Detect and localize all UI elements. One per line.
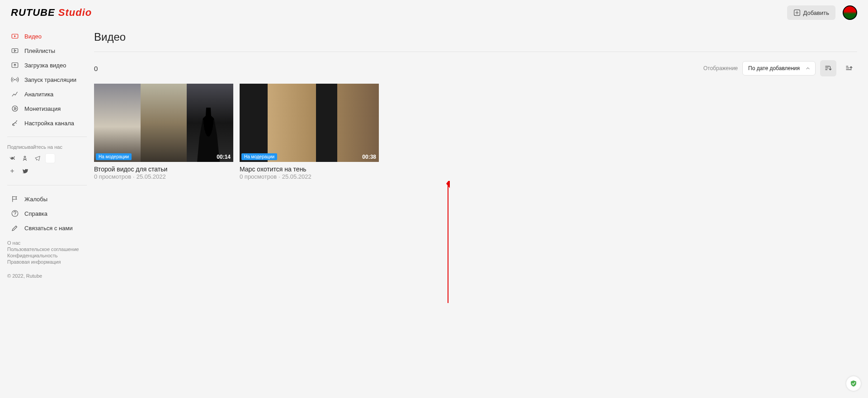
- video-date: 25.05.2022: [137, 173, 166, 180]
- video-title: Второй видос для статьи: [94, 162, 233, 173]
- sidebar-item-stream[interactable]: Запуск трансляции: [7, 72, 90, 87]
- sort-select-label: По дате добавления: [748, 65, 800, 71]
- social-plus-icon[interactable]: [7, 166, 17, 176]
- edit-icon: [11, 224, 19, 232]
- footer-link-legal[interactable]: Правовая информация: [7, 259, 87, 265]
- sidebar-item-complaints[interactable]: Жалобы: [7, 192, 90, 206]
- page-title: Видео: [94, 31, 857, 52]
- social-twitter-icon[interactable]: [20, 166, 30, 176]
- video-count: 0: [94, 65, 98, 72]
- svg-rect-2: [12, 49, 18, 53]
- sidebar-item-monetization[interactable]: Монетизация: [7, 101, 90, 116]
- logo-dot: [55, 7, 58, 18]
- footer-link-terms[interactable]: Пользовательское соглашение: [7, 246, 87, 252]
- sidebar-item-label: Монетизация: [24, 105, 61, 112]
- sidebar-item-settings[interactable]: Настройка канала: [7, 116, 90, 130]
- video-card[interactable]: На модерации 00:14 Второй видос для стат…: [94, 84, 233, 180]
- video-views: 0 просмотров: [240, 173, 277, 180]
- chevron-up-icon: [805, 66, 811, 71]
- video-meta: 0 просмотров·25.05.2022: [94, 173, 233, 180]
- sidebar-item-label: Видео: [24, 33, 42, 40]
- sidebar-item-help[interactable]: Справка: [7, 206, 90, 221]
- sidebar-item-upload[interactable]: Загрузка видео: [7, 58, 90, 72]
- sort-desc-button[interactable]: [820, 60, 836, 76]
- add-button-label: Добавить: [803, 9, 829, 16]
- subscribe-label: Подписывайтесь на нас: [7, 143, 90, 153]
- footer-link-privacy[interactable]: Конфиденциальность: [7, 252, 87, 259]
- sidebar-item-label: Жалобы: [24, 196, 47, 203]
- sidebar-item-label: Аналитика: [24, 91, 53, 98]
- sidebar-item-playlists[interactable]: Плейлисты: [7, 43, 90, 58]
- sort-select[interactable]: По дате добавления: [742, 61, 816, 76]
- sort-asc-icon: [845, 64, 853, 72]
- status-badge: На модерации: [96, 153, 132, 160]
- sort-asc-button[interactable]: [841, 60, 857, 76]
- svg-point-4: [14, 79, 16, 81]
- video-duration: 00:38: [362, 154, 376, 160]
- controls-row: 0 Отображение По дате добавления: [94, 52, 857, 84]
- help-icon: [11, 209, 19, 218]
- sidebar-item-contact[interactable]: Связаться с нами: [7, 221, 90, 235]
- settings-icon: [11, 119, 19, 127]
- sidebar-item-label: Настройка канала: [24, 120, 74, 127]
- logo-main: RUTUBE: [11, 7, 55, 18]
- social-ok-icon[interactable]: [20, 153, 30, 163]
- svg-point-6: [24, 156, 26, 158]
- video-card[interactable]: На модерации 00:38 Марс охотится на тень…: [240, 84, 379, 180]
- footer-links: О нас Пользовательское соглашение Конфид…: [7, 235, 90, 265]
- add-button[interactable]: Добавить: [787, 5, 835, 20]
- monetization-icon: [11, 104, 19, 113]
- logo-studio: Studio: [58, 7, 92, 18]
- video-meta: 0 просмотров·25.05.2022: [240, 173, 379, 180]
- social-vk-icon[interactable]: [7, 153, 17, 163]
- playlist-icon: [11, 47, 19, 55]
- video-date: 25.05.2022: [282, 173, 311, 180]
- plus-square-icon: [793, 9, 801, 16]
- video-grid: На модерации 00:14 Второй видос для стат…: [94, 84, 857, 180]
- header-right: Добавить: [787, 5, 857, 20]
- broadcast-icon: [11, 76, 19, 84]
- flag-icon: [11, 195, 19, 203]
- sidebar-item-label: Связаться с нами: [24, 225, 73, 232]
- sort-desc-icon: [824, 64, 832, 72]
- sidebar-item-label: Плейлисты: [24, 47, 55, 54]
- sidebar-item-label: Запуск трансляции: [24, 76, 76, 83]
- avatar[interactable]: [843, 5, 857, 20]
- video-views: 0 просмотров: [94, 173, 131, 180]
- social-blank[interactable]: [45, 153, 55, 163]
- sidebar-item-video[interactable]: Видео: [7, 29, 90, 43]
- main-content: Видео 0 Отображение По дате добавления: [90, 25, 868, 288]
- video-duration: 00:14: [217, 154, 231, 160]
- video-title: Марс охотится на тень: [240, 162, 379, 173]
- annotation-arrow-icon: [443, 181, 453, 308]
- header: RUTUBE Studio Добавить: [0, 0, 868, 25]
- video-icon: [11, 32, 19, 40]
- social-row-2: [7, 166, 90, 179]
- social-row: [7, 153, 90, 166]
- copyright: © 2022, Rutube: [7, 265, 90, 279]
- footer-link-about[interactable]: О нас: [7, 240, 87, 246]
- shield-badge[interactable]: [846, 376, 861, 391]
- video-thumbnail[interactable]: На модерации 00:38: [240, 84, 379, 162]
- logo[interactable]: RUTUBE Studio: [11, 7, 92, 19]
- analytics-icon: [11, 90, 19, 98]
- upload-icon: [11, 61, 19, 69]
- sidebar-item-label: Справка: [24, 210, 47, 217]
- sidebar: Видео Плейлисты Загрузка видео Запуск тр…: [0, 25, 90, 288]
- display-label: Отображение: [703, 65, 738, 71]
- sidebar-item-analytics[interactable]: Аналитика: [7, 87, 90, 101]
- sidebar-item-label: Загрузка видео: [24, 62, 66, 69]
- shield-check-icon: [849, 379, 858, 388]
- status-badge: На модерации: [241, 153, 277, 160]
- video-thumbnail[interactable]: На модерации 00:14: [94, 84, 233, 162]
- social-telegram-icon[interactable]: [33, 153, 42, 163]
